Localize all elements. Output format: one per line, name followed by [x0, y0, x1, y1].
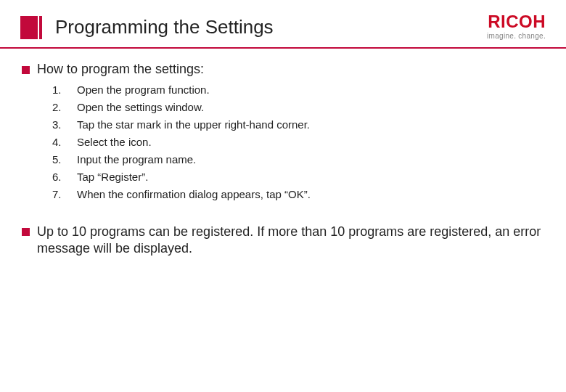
step-number: 1.	[52, 81, 77, 99]
header: Programming the Settings RICOH imagine. …	[0, 0, 566, 49]
list-item: 3. Tap the star mark in the upper right-…	[52, 116, 544, 134]
content: How to program the settings: 1. Open the…	[0, 49, 566, 256]
step-number: 7.	[52, 186, 77, 203]
list-item: 5. Input the program name.	[52, 151, 544, 168]
step-number: 6.	[52, 168, 77, 186]
step-text: When the confirmation dialog appears, ta…	[77, 186, 311, 203]
logo-text: RICOH	[487, 13, 546, 30]
intro-text: How to program the settings:	[37, 62, 204, 77]
step-text: Open the settings window.	[77, 99, 204, 116]
list-item: 2. Open the settings window.	[52, 99, 544, 116]
step-number: 3.	[52, 116, 77, 134]
intro-row: How to program the settings:	[22, 62, 544, 77]
title-bullet-icon	[20, 16, 42, 39]
list-item: 6. Tap “Register”.	[52, 168, 544, 186]
note-row: Up to 10 programs can be registered. If …	[22, 224, 544, 256]
list-item: 7. When the confirmation dialog appears,…	[52, 186, 544, 203]
list-item: 4. Select the icon.	[52, 134, 544, 151]
step-number: 4.	[52, 134, 77, 151]
step-text: Input the program name.	[77, 151, 196, 168]
note-text: Up to 10 programs can be registered. If …	[37, 224, 544, 256]
list-item: 1. Open the program function.	[52, 81, 544, 99]
step-number: 5.	[52, 151, 77, 168]
step-text: Select the icon.	[77, 134, 152, 151]
steps-list: 1. Open the program function. 2. Open th…	[52, 81, 544, 203]
step-text: Tap the star mark in the upper right-han…	[77, 116, 310, 134]
step-text: Open the program function.	[77, 81, 210, 99]
logo-tagline: imagine. change.	[487, 32, 546, 40]
brand-logo: RICOH imagine. change.	[487, 13, 546, 41]
square-bullet-icon	[22, 66, 30, 74]
step-text: Tap “Register”.	[77, 168, 148, 186]
step-number: 2.	[52, 99, 77, 116]
square-bullet-icon	[22, 228, 30, 236]
page-title: Programming the Settings	[55, 16, 274, 38]
